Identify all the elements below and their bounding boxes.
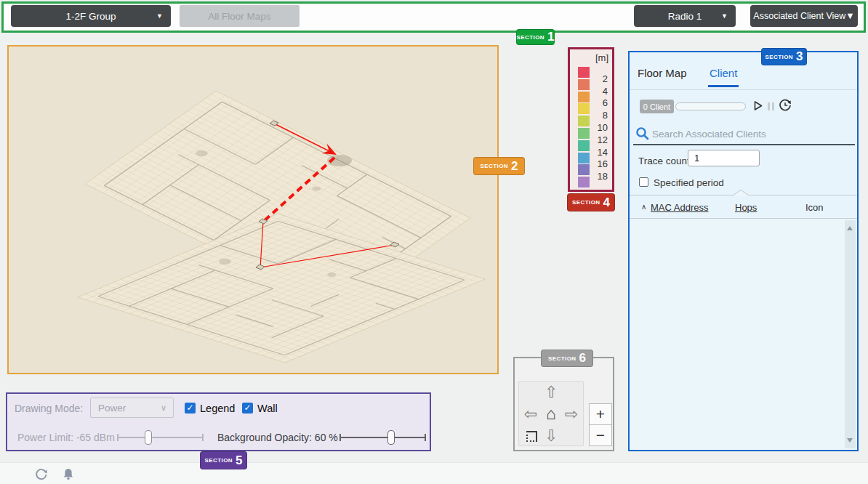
sort-asc-icon[interactable]: ∧: [641, 203, 646, 211]
section-number: 5: [236, 453, 242, 468]
column-mac-address[interactable]: MAC Address: [651, 202, 708, 213]
scroll-down-icon[interactable]: [847, 438, 853, 443]
floor-group-select[interactable]: 1-2F Group ▼: [11, 5, 171, 27]
legend-color-swatch: [578, 92, 590, 102]
section-word: SECTION: [481, 163, 508, 169]
section-word: SECTION: [205, 457, 233, 464]
client-list: [630, 219, 857, 450]
legend-tick-label: 6: [592, 97, 608, 108]
pan-right-icon[interactable]: ⇨: [563, 406, 580, 423]
legend-tick-label: 16: [592, 158, 608, 169]
legend-color-swatch: [578, 103, 590, 114]
chevron-down-icon: ▼: [721, 12, 728, 20]
power-limit-label: Power Limit: -65 dBm: [17, 432, 115, 443]
wall-checkbox-label: Wall: [257, 403, 278, 414]
client-panel: Floor Map Client 0 Client Search Associa…: [628, 51, 859, 451]
slider-tick: [202, 434, 204, 441]
drawing-mode-label: Drawing Mode:: [15, 403, 83, 414]
pan-left-icon[interactable]: ⇦: [522, 406, 539, 423]
all-floor-maps-button[interactable]: All Floor Maps: [180, 5, 300, 27]
section-word: SECTION: [517, 34, 544, 41]
legend-tick-label: 2: [592, 73, 608, 84]
zoom-in-button[interactable]: +: [589, 403, 612, 425]
section-word: SECTION: [548, 355, 576, 362]
footer-bar: [0, 462, 868, 484]
history-refresh-icon[interactable]: [779, 99, 792, 112]
background-opacity-label: Background Opacity: 60 %: [217, 432, 338, 443]
drawing-mode-value: Power: [98, 403, 126, 414]
slider-tick: [425, 434, 426, 441]
legend-unit-label: [m]: [595, 52, 608, 63]
reload-icon[interactable]: [35, 468, 48, 481]
section-1-badge: SECTION 1: [516, 29, 555, 45]
fit-selection-icon[interactable]: [526, 431, 537, 442]
legend-tick-label: 18: [592, 171, 608, 182]
legend-tick-label: 10: [592, 122, 608, 133]
section-2-badge: SECTION 2: [473, 157, 525, 175]
section-3-badge: SECTION 3: [761, 48, 807, 65]
legend-color-swatch: [578, 79, 590, 90]
slider-track: [339, 437, 426, 438]
section-4-badge: SECTION 4: [567, 193, 615, 211]
zoom-out-button[interactable]: −: [589, 424, 612, 446]
legend-checkbox[interactable]: ✓: [185, 403, 196, 414]
search-underline: [633, 144, 855, 145]
section-5-badge: SECTION 5: [200, 451, 247, 469]
trace-count-input[interactable]: [688, 150, 760, 166]
floor-map-3d-view: [9, 47, 497, 373]
legend-color-swatch: [578, 153, 590, 164]
floor-group-label: 1-2F Group: [65, 11, 116, 22]
slider-tick: [339, 434, 341, 441]
scroll-up-icon[interactable]: [847, 226, 853, 230]
drawing-options-bar: Drawing Mode: Power ∨ ✓ Legend ✓ Wall Po…: [6, 392, 431, 451]
trace-count-label: Trace count: [638, 156, 690, 166]
floor-map-canvas[interactable]: [7, 45, 499, 374]
tab-floor-map[interactable]: Floor Map: [638, 67, 687, 79]
map-navigation-controls: ⇧ ⇦ ⌂ ⇨ ⇩ + −: [513, 357, 614, 451]
legend-color-swatch: [578, 128, 590, 139]
column-icon: Icon: [805, 202, 824, 213]
client-count-badge: 0 Client: [640, 100, 674, 113]
pan-pad: ⇧ ⇦ ⌂ ⇨ ⇩: [518, 381, 584, 446]
legend-color-swatch: [578, 177, 590, 187]
pan-down-icon[interactable]: ⇩: [542, 427, 560, 445]
legend-tick-label: 14: [592, 147, 608, 158]
divider: [630, 89, 857, 90]
playback-timeline-slider[interactable]: [675, 102, 746, 110]
all-floor-maps-label: All Floor Maps: [208, 11, 270, 22]
bell-icon[interactable]: [62, 467, 75, 481]
wall-checkbox[interactable]: ✓: [242, 403, 253, 414]
search-icon: [635, 126, 649, 140]
scrollbar[interactable]: [845, 220, 856, 448]
legend-tick-label: 4: [592, 86, 608, 97]
pause-icon: [767, 102, 775, 111]
pan-up-icon[interactable]: ⇧: [542, 384, 560, 401]
background-opacity-slider-thumb[interactable]: [387, 430, 395, 445]
legend-color-swatch: [578, 67, 590, 78]
legend-color-swatch: [578, 140, 590, 151]
section-number: 3: [796, 49, 803, 64]
radio-select[interactable]: Radio 1 ▼: [634, 5, 736, 27]
slider-track: [117, 437, 204, 438]
play-icon[interactable]: [752, 100, 763, 111]
section-6-badge: SECTION 6: [541, 350, 593, 367]
search-associated-clients-input[interactable]: Search Associated Clients: [652, 129, 766, 140]
home-icon[interactable]: ⌂: [542, 405, 560, 422]
legend-color-swatch: [578, 164, 590, 175]
power-limit-slider-thumb[interactable]: [145, 430, 152, 445]
collapse-notch-icon[interactable]: [733, 190, 749, 195]
drawing-mode-select[interactable]: Power ∨: [90, 398, 174, 418]
top-toolbar: 1-2F Group ▼ All Floor Maps Radio 1 ▼ As…: [1, 1, 866, 33]
distance-legend: [m] 24681012141618: [568, 47, 614, 192]
specified-period-checkbox[interactable]: [639, 177, 648, 187]
background-opacity-slider[interactable]: [339, 430, 426, 445]
chevron-down-icon: ∨: [161, 403, 166, 413]
radio-label: Radio 1: [668, 11, 702, 22]
tab-client[interactable]: Client: [710, 67, 737, 79]
power-limit-slider[interactable]: [117, 430, 204, 445]
column-hops[interactable]: Hops: [735, 202, 757, 213]
slider-tick: [117, 434, 118, 441]
section-number: 4: [603, 195, 609, 210]
associated-client-view-button[interactable]: Associated Client View▼: [750, 5, 858, 27]
section-number: 1: [547, 30, 554, 44]
